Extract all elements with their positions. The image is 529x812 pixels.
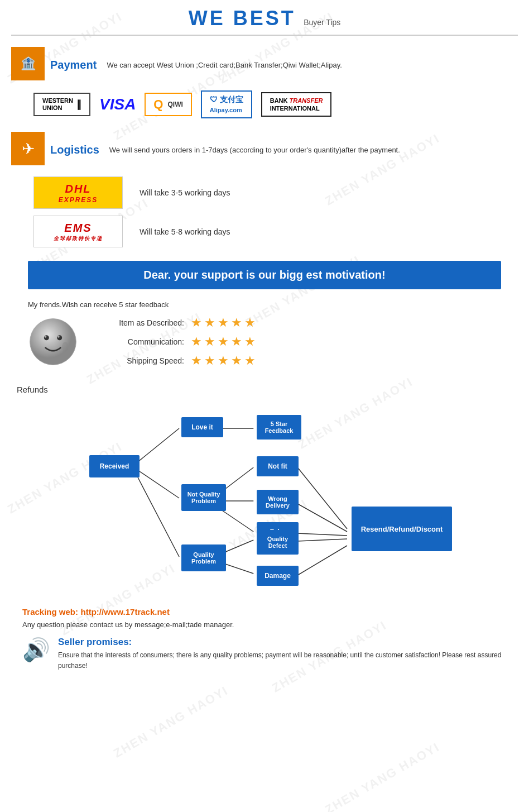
western-union-logo: WESTERNUNION ∥ bbox=[33, 93, 90, 116]
promises-text: Seller promises: Ensure that the interes… bbox=[58, 637, 507, 671]
svg-point-3 bbox=[45, 336, 47, 338]
svg-line-12 bbox=[220, 509, 253, 532]
feedback-row: Item as Described: ★ ★ ★ ★ ★ Communicati… bbox=[28, 316, 501, 368]
dhl-row: DHL EXPRESS Will take 3-5 working days bbox=[33, 176, 496, 209]
love-it-box: Love it bbox=[181, 417, 223, 437]
dhl-logo: DHL EXPRESS bbox=[33, 176, 123, 209]
feedback-section: My frends.Wish can receive 5 star feedba… bbox=[28, 300, 501, 368]
five-star-box: 5 Star Feedback bbox=[257, 415, 301, 440]
svg-point-0 bbox=[30, 319, 76, 365]
page-header: WE BEST Buyer Tips bbox=[11, 0, 518, 36]
promises-body: Ensure that the interests of consumers; … bbox=[58, 650, 507, 671]
feedback-intro: My frends.Wish can receive 5 star feedba… bbox=[28, 300, 501, 309]
svg-line-7 bbox=[138, 470, 179, 498]
not-quality-box: Not Quality Problem bbox=[181, 484, 226, 511]
tracking-url: http://www.17track.net bbox=[80, 607, 169, 617]
resend-box: Resend/Refund/Discont bbox=[352, 507, 452, 551]
logistics-section: ✈ Logistics We will send yours orders in… bbox=[11, 132, 518, 247]
payment-logos-row: WESTERNUNION ∥ VISA Q QIWI 🛡 支付宝Alipay.c… bbox=[33, 90, 496, 118]
flowchart: Received Love it 5 Star Feedback Not Qua… bbox=[17, 395, 512, 596]
received-box: Received bbox=[89, 455, 140, 477]
svg-line-8 bbox=[138, 477, 179, 557]
svg-line-16 bbox=[297, 504, 347, 532]
payment-label: Payment bbox=[50, 59, 97, 71]
visa-logo: VISA bbox=[99, 95, 136, 113]
feedback-item-described: Item as Described: ★ ★ ★ ★ ★ bbox=[95, 316, 256, 330]
feedback-label-described: Item as Described: bbox=[95, 318, 184, 327]
ems-logo: EMS 全球邮政特快专递 bbox=[33, 216, 123, 247]
stars-described: ★ ★ ★ ★ ★ bbox=[191, 316, 256, 330]
motivation-banner: Dear. your support is our bigg est motiv… bbox=[28, 261, 501, 289]
payment-text: We can accept West Union ;Credit card;Ba… bbox=[107, 61, 342, 69]
seller-promises: 🔊 Seller promises: Ensure that the inter… bbox=[22, 637, 507, 671]
stars-communication: ★ ★ ★ ★ ★ bbox=[191, 335, 256, 349]
svg-line-19 bbox=[297, 546, 347, 575]
smiley-face bbox=[28, 317, 78, 367]
alipay-logo: 🛡 支付宝Alipay.com bbox=[201, 90, 252, 118]
damage-box: Damage bbox=[257, 566, 299, 586]
not-fit-box: Not fit bbox=[257, 456, 299, 476]
ems-row: EMS 全球邮政特快专递 Will take 5-8 working days bbox=[33, 216, 496, 247]
dhl-days: Will take 3-5 working days bbox=[140, 188, 230, 197]
feedback-item-shipping: Shipping Speed: ★ ★ ★ ★ ★ bbox=[95, 354, 256, 368]
feedback-stars-container: Item as Described: ★ ★ ★ ★ ★ Communicati… bbox=[95, 316, 256, 368]
ems-days: Will take 5-8 working days bbox=[140, 227, 230, 236]
feedback-item-communication: Communication: ★ ★ ★ ★ ★ bbox=[95, 335, 256, 349]
tracking-section: Tracking web: http://www.17track.net Any… bbox=[22, 607, 507, 671]
header-title: WE BEST bbox=[189, 7, 296, 30]
feedback-label-communication: Communication: bbox=[95, 337, 184, 346]
bank-transfer-logo: BANK TRANSFERINTERNATIONAL bbox=[261, 92, 332, 117]
tracking-note: Any question please contact us by messag… bbox=[22, 620, 507, 629]
payment-section: 🏦 Payment We can accept West Union ;Cred… bbox=[11, 47, 518, 118]
promises-title: Seller promises: bbox=[58, 637, 507, 648]
qiwi-logo: Q QIWI bbox=[145, 93, 191, 116]
stars-shipping: ★ ★ ★ ★ ★ bbox=[191, 354, 256, 368]
speaker-icon: 🔊 bbox=[22, 637, 50, 663]
wrong-delivery-box: Wrong Delivery bbox=[257, 490, 299, 514]
svg-line-15 bbox=[297, 467, 347, 529]
svg-point-1 bbox=[44, 335, 49, 340]
svg-line-17 bbox=[297, 533, 347, 536]
logistics-icon: ✈ bbox=[11, 132, 45, 165]
svg-point-4 bbox=[57, 336, 60, 338]
svg-point-2 bbox=[57, 335, 62, 340]
svg-line-6 bbox=[138, 428, 179, 462]
payment-icon: 🏦 bbox=[11, 47, 45, 80]
refunds-title: Refunds bbox=[17, 385, 48, 394]
quality-problem-box: Quality Problem bbox=[181, 544, 226, 571]
header-subtitle: Buyer Tips bbox=[304, 18, 340, 27]
svg-line-18 bbox=[297, 539, 347, 541]
svg-point-5 bbox=[62, 342, 68, 352]
logistics-text: We will send yours orders in 1-7days (ac… bbox=[109, 146, 400, 154]
logistics-label: Logistics bbox=[50, 144, 99, 156]
quality-defect-box: Quality Defect bbox=[257, 530, 299, 555]
feedback-label-shipping: Shipping Speed: bbox=[95, 356, 184, 365]
tracking-label: Tracking web: bbox=[22, 607, 78, 617]
refunds-section: Refunds bbox=[17, 385, 512, 596]
